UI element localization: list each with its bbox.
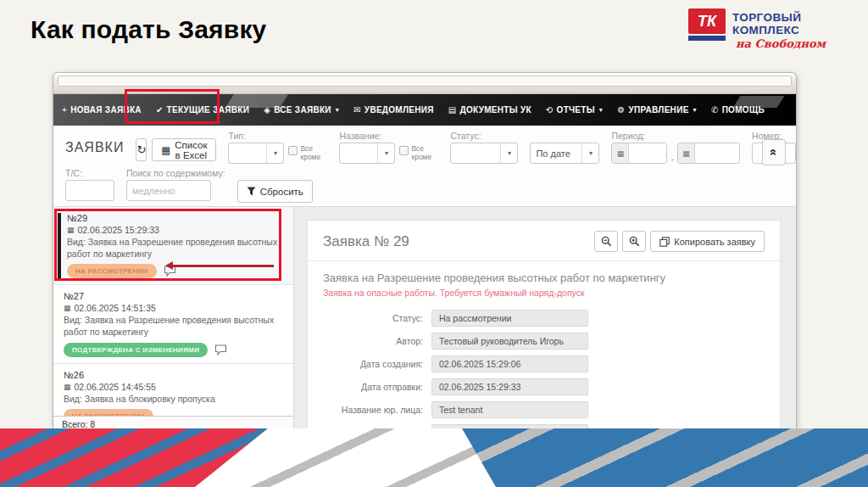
nav-item-notifications[interactable]: ✉ УВЕДОМЛЕНИЯ [353, 105, 434, 115]
copy-icon [659, 237, 670, 247]
filters-panel: ЗАЯВКИ ↻ ▦ Список в Excel Тип: ▾ [53, 126, 796, 207]
type-filter-label: Тип: [228, 131, 327, 143]
zoom-out-button[interactable] [594, 231, 618, 252]
panel-title: ЗАЯВКИ [65, 140, 124, 155]
request-date: 02.06.2025 15:29:33 [78, 225, 159, 235]
status-filter-label: Статус: [450, 131, 518, 143]
chevron-down-icon: ▾ [693, 106, 697, 114]
content-area: №29 ▦ 02.06.2025 15:29:33 Вид: Заявка на… [53, 207, 796, 428]
request-date: 02.06.2025 14:51:35 [75, 303, 156, 313]
chevron-down-icon: ▾ [599, 106, 603, 114]
gear-icon: ⚙ [617, 105, 625, 115]
all-except-label: Все кроме [300, 145, 327, 161]
plus-icon: + [62, 105, 67, 115]
calendar-icon: ▦ [64, 304, 71, 312]
calendar-icon[interactable]: ▦ [678, 143, 695, 163]
divider [308, 260, 780, 261]
nav-item-new-request[interactable]: + НОВАЯ ЗАЯВКА [62, 105, 142, 115]
refresh-button[interactable]: ↻ [136, 138, 147, 161]
period-from-field: ▦ [611, 143, 667, 164]
status-select[interactable]: ▾ [450, 143, 518, 164]
tc-label: Т/С: [65, 168, 114, 180]
request-kind: Вид: Заявка на Разрешение проведения выс… [67, 237, 285, 260]
history-icon: ⟲ [546, 105, 554, 115]
field-value-legal-entity: Test tenant [431, 401, 588, 418]
period-to-field: ▦ [677, 143, 740, 164]
field-label: Статус: [323, 310, 431, 327]
danger-note: Заявка на опасные работы. Требуется бума… [323, 288, 765, 298]
address-bar[interactable] [58, 76, 792, 87]
magnifier-plus-icon [629, 236, 640, 247]
app-window: + НОВАЯ ЗАЯВКА ✔ ТЕКУЩИЕ ЗАЯВКИ ◈ ВСЕ ЗА… [53, 72, 797, 428]
list-item-29[interactable]: №29 ▦ 02.06.2025 15:29:33 Вид: Заявка на… [53, 207, 293, 285]
field-value-author: Тестовый руководитель Игорь [431, 333, 588, 350]
field-label: Название юр. лица: [323, 401, 431, 418]
excel-export-button[interactable]: ▦ Список в Excel [152, 138, 216, 161]
request-number: №27 [64, 291, 285, 301]
request-kind: Вид: Заявка на Разрешение проведения выс… [64, 315, 285, 338]
calendar-icon[interactable]: ▦ [612, 143, 629, 163]
name-filter-label: Название: [339, 131, 438, 143]
zoom-in-button[interactable] [622, 231, 646, 252]
field-label: Автор: [323, 333, 431, 350]
sort-by-date-select[interactable]: По дате ▾ [530, 143, 599, 164]
logo-line2: на Свободном [736, 37, 868, 50]
calendar-icon: ▦ [67, 226, 75, 234]
list-item-27[interactable]: №27 ▦ 02.06.2025 14:51:35 Вид: Заявка на… [53, 285, 293, 363]
nav-item-management[interactable]: ⚙ УПРАВЛЕНИЕ ▾ [617, 105, 697, 115]
status-badge: ПОДТВЕРЖДЕНА С ИЗМЕНЕНИЯМИ [64, 343, 208, 357]
collapse-filters-button[interactable]: « [762, 139, 786, 165]
request-number: №29 [67, 213, 285, 223]
refresh-icon: ↻ [136, 143, 146, 156]
search-input[interactable] [126, 180, 211, 201]
period-dash: - [670, 154, 674, 164]
field-label: Дата отправки: [323, 378, 431, 395]
type-all-except-checkbox[interactable] [288, 146, 298, 155]
slide: Как подать Заявку ТК ТОРГОВЫЙ КОМПЛЕКС н… [0, 0, 868, 487]
table-icon: ▦ [161, 144, 170, 156]
request-list: №29 ▦ 02.06.2025 15:29:33 Вид: Заявка на… [53, 207, 294, 428]
document-icon: ▤ [448, 105, 457, 115]
selected-indicator [58, 213, 61, 278]
magnifier-minus-icon [601, 236, 612, 247]
chevron-down-icon: ▾ [377, 143, 394, 163]
nav-item-all-requests[interactable]: ◈ ВСЕ ЗАЯВКИ ▾ [264, 105, 339, 115]
logo-line1: ТОРГОВЫЙ КОМПЛЕКС [732, 11, 868, 36]
check-icon: ✔ [156, 105, 164, 115]
calendar-icon: ▦ [64, 383, 71, 391]
period-from-input[interactable] [629, 143, 666, 163]
page-title: Как подать Заявку [31, 15, 266, 44]
detail-title: Заявка № 29 [323, 233, 409, 250]
chevron-down-icon: ▾ [266, 143, 283, 163]
tc-input[interactable] [65, 180, 114, 201]
logo-mark: ТК [688, 8, 726, 50]
name-all-except-checkbox[interactable] [399, 146, 409, 155]
nav-item-help[interactable]: ✆ ПОМОЩЬ [711, 105, 765, 115]
all-except-label: Все кроме [411, 145, 438, 161]
type-select[interactable]: ▾ [228, 143, 284, 164]
nav-item-current-requests[interactable]: ✔ ТЕКУЩИЕ ЗАЯВКИ [156, 105, 249, 115]
period-to-input[interactable] [695, 143, 739, 163]
request-detail-panel: Заявка № 29 Копировать заявку [307, 220, 781, 428]
request-number: №26 [64, 370, 285, 380]
main-nav: + НОВАЯ ЗАЯВКА ✔ ТЕКУЩИЕ ЗАЯВКИ ◈ ВСЕ ЗА… [53, 94, 796, 126]
tags-icon: ◈ [264, 105, 270, 115]
name-select[interactable]: ▾ [339, 143, 395, 164]
comment-icon [214, 344, 227, 355]
copy-request-button[interactable]: Копировать заявку [650, 231, 765, 252]
browser-bar [53, 76, 796, 94]
reset-filters-button[interactable]: Сбросить [237, 180, 313, 203]
nav-item-reports[interactable]: ⟲ ОТЧЕТЫ ▾ [546, 105, 603, 115]
chevron-down-icon: ▾ [581, 143, 598, 163]
request-date: 02.06.2025 14:45:55 [75, 382, 156, 392]
funnel-icon [247, 187, 256, 196]
chevron-down-icon: ▾ [500, 143, 517, 163]
period-filter-label: Период: [611, 131, 740, 143]
help-bubble-icon: ✆ [711, 105, 719, 115]
envelope-icon: ✉ [353, 105, 361, 115]
nav-item-documents[interactable]: ▤ ДОКУМЕНТЫ УК [448, 105, 531, 115]
field-value-created: 02.06.2025 15:29:06 [431, 355, 588, 372]
request-type-heading: Заявка на Разрешение проведения высотных… [323, 271, 765, 284]
field-label: Дата создания: [323, 355, 431, 372]
field-value-sent: 02.06.2025 15:29:33 [431, 378, 588, 395]
